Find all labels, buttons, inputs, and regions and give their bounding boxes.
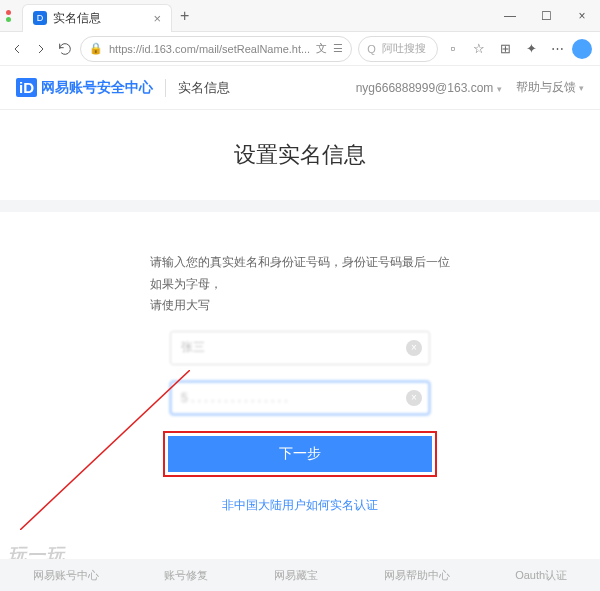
footer-link[interactable]: 网易藏宝 <box>274 568 318 583</box>
tab-favicon-icon: D <box>33 11 47 25</box>
tab-title: 实名信息 <box>53 10 147 27</box>
id-input-wrap: × <box>170 381 430 415</box>
menu-icon[interactable]: ⋯ <box>548 40 566 58</box>
clear-id-icon[interactable]: × <box>406 390 422 406</box>
window-traffic-lights <box>0 10 22 22</box>
id-input[interactable] <box>170 381 430 415</box>
address-bar[interactable]: 🔒 https://id.163.com/mail/setRealName.ht… <box>80 36 352 62</box>
tab-close-icon[interactable]: × <box>153 11 161 26</box>
profile-avatar[interactable] <box>572 39 592 59</box>
clear-name-icon[interactable]: × <box>406 340 422 356</box>
main-content: 设置实名信息 请输入您的真实姓名和身份证号码，身份证号码最后一位如果为字母， 请… <box>0 110 600 534</box>
url-text: https://id.163.com/mail/setRealName.ht..… <box>109 43 310 55</box>
name-input-wrap: × <box>170 331 430 365</box>
name-input[interactable] <box>170 331 430 365</box>
reader-icon[interactable]: ☰ <box>333 42 343 55</box>
page-header: iD 网易账号安全中心 实名信息 nyg666888999@163.com ▾ … <box>0 66 600 110</box>
translate-icon[interactable]: 文 <box>316 41 327 56</box>
next-step-button[interactable]: 下一步 <box>168 436 432 472</box>
window-controls: — ☐ × <box>492 9 600 23</box>
window-titlebar: D 实名信息 × + — ☐ × <box>0 0 600 32</box>
star-icon[interactable]: ☆ <box>470 40 488 58</box>
footer-link[interactable]: 网易账号中心 <box>33 568 99 583</box>
browser-tab[interactable]: D 实名信息 × <box>22 4 172 32</box>
search-icon: Q <box>367 43 376 55</box>
lock-icon: 🔒 <box>89 42 103 55</box>
footer-link[interactable]: 网易帮助中心 <box>384 568 450 583</box>
collections-icon[interactable]: ⊞ <box>496 40 514 58</box>
page-title: 设置实名信息 <box>0 140 600 170</box>
logo-text: 网易账号安全中心 <box>41 79 153 97</box>
extension-icon[interactable]: ▫ <box>444 40 462 58</box>
puzzle-icon[interactable]: ✦ <box>522 40 540 58</box>
search-bar[interactable]: Q 阿吐搜搜 <box>358 36 438 62</box>
footer-link[interactable]: 账号修复 <box>164 568 208 583</box>
window-maximize-button[interactable]: ☐ <box>528 9 564 23</box>
new-tab-button[interactable]: + <box>172 7 197 25</box>
browser-toolbar: 🔒 https://id.163.com/mail/setRealName.ht… <box>0 32 600 66</box>
window-minimize-button[interactable]: — <box>492 9 528 23</box>
help-dropdown[interactable]: 帮助与反馈 ▾ <box>516 79 584 96</box>
non-mainland-link[interactable]: 非中国大陆用户如何实名认证 <box>222 497 378 514</box>
back-button[interactable] <box>8 40 26 58</box>
instruction-text: 请输入您的真实姓名和身份证号码，身份证号码最后一位如果为字母， 请使用大写 <box>150 252 450 317</box>
window-close-button[interactable]: × <box>564 9 600 23</box>
submit-highlight-box: 下一步 <box>163 431 437 477</box>
breadcrumb: 实名信息 <box>178 79 230 97</box>
site-logo[interactable]: iD 网易账号安全中心 <box>16 78 153 97</box>
divider <box>165 79 166 97</box>
footer-nav: 网易账号中心 账号修复 网易藏宝 网易帮助中心 Oauth认证 <box>0 559 600 591</box>
user-email-dropdown[interactable]: nyg666888999@163.com ▾ <box>356 81 502 95</box>
chevron-down-icon: ▾ <box>579 83 584 93</box>
section-divider <box>0 200 600 212</box>
footer-link[interactable]: Oauth认证 <box>515 568 567 583</box>
reload-button[interactable] <box>56 40 74 58</box>
form-area: 请输入您的真实姓名和身份证号码，身份证号码最后一位如果为字母， 请使用大写 × … <box>0 212 600 534</box>
chevron-down-icon: ▾ <box>497 84 502 94</box>
search-placeholder: 阿吐搜搜 <box>382 41 426 56</box>
forward-button[interactable] <box>32 40 50 58</box>
